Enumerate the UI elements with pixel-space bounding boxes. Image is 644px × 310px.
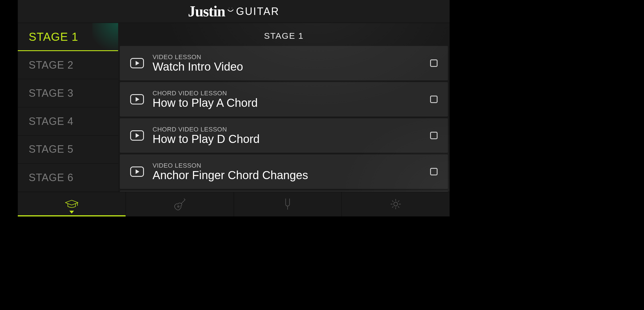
brand-logo: Justin GUITAR (188, 3, 279, 20)
tab-settings[interactable] (342, 192, 450, 216)
sidebar-item-label: STAGE 2 (29, 59, 73, 71)
guitar-icon (172, 196, 188, 212)
lesson-text: VIDEO LESSON Watch Intro Video (153, 53, 424, 73)
app-viewport: Justin GUITAR STAGE 1 STAGE 2 STAGE 3 (0, 0, 450, 216)
main-panel: STAGE 1 VIDEO LESSON Watch Intro Video (118, 23, 450, 192)
lesson-kicker: VIDEO LESSON (153, 162, 424, 169)
play-icon (130, 130, 144, 141)
brand-word: GUITAR (236, 5, 279, 18)
sidebar-item-stage-2[interactable]: STAGE 2 (18, 51, 118, 79)
sidebar-item-label: STAGE 3 (29, 87, 73, 99)
app-frame: Justin GUITAR STAGE 1 STAGE 2 STAGE 3 (18, 0, 450, 216)
sidebar-item-label: STAGE 1 (29, 30, 78, 43)
lesson-list[interactable]: VIDEO LESSON Watch Intro Video CHORD VID… (118, 46, 450, 192)
lesson-title: How to Play A Chord (153, 96, 424, 109)
lesson-checkbox[interactable] (430, 132, 438, 139)
lesson-checkbox[interactable] (430, 168, 438, 175)
lesson-kicker: CHORD VIDEO LESSON (153, 126, 424, 133)
stage-title: STAGE 1 (118, 25, 450, 46)
tab-tuner[interactable] (234, 192, 342, 216)
lesson-checkbox[interactable] (430, 59, 438, 67)
gear-icon (388, 196, 403, 212)
app-body: STAGE 1 STAGE 2 STAGE 3 STAGE 4 STAGE 5 … (18, 23, 450, 192)
sidebar-item-stage-3[interactable]: STAGE 3 (18, 79, 118, 107)
tab-lessons[interactable] (18, 192, 126, 216)
svg-point-3 (394, 202, 398, 206)
lesson-text: CHORD VIDEO LESSON How to Play D Chord (153, 126, 424, 146)
lesson-card[interactable]: CHORD VIDEO LESSON How to Play A Chord (120, 82, 448, 117)
svg-point-2 (177, 206, 179, 207)
play-icon (130, 58, 144, 68)
graduation-cap-icon (64, 196, 79, 212)
app-header: Justin GUITAR (18, 0, 450, 23)
stage-sidebar: STAGE 1 STAGE 2 STAGE 3 STAGE 4 STAGE 5 … (18, 23, 118, 192)
lesson-checkbox[interactable] (430, 96, 438, 103)
lesson-title: Watch Intro Video (153, 60, 424, 73)
sidebar-item-stage-4[interactable]: STAGE 4 (18, 107, 118, 135)
sidebar-item-label: STAGE 6 (29, 172, 73, 184)
play-icon (130, 94, 144, 104)
tuning-fork-icon (280, 196, 295, 212)
lesson-card[interactable]: VIDEO LESSON Watch Intro Video (120, 46, 448, 80)
lesson-text: VIDEO LESSON Anchor Finger Chord Changes (153, 162, 424, 182)
tab-active-caret-icon (69, 211, 74, 214)
sidebar-item-stage-1[interactable]: STAGE 1 (18, 23, 118, 51)
lesson-card[interactable]: CHORD VIDEO LESSON How to Play D Chord (120, 118, 448, 153)
sidebar-item-stage-6[interactable]: STAGE 6 (18, 164, 118, 192)
smiley-icon (227, 6, 234, 15)
tab-songs[interactable] (126, 192, 234, 216)
lesson-kicker: CHORD VIDEO LESSON (153, 90, 424, 97)
sidebar-item-stage-5[interactable]: STAGE 5 (18, 135, 118, 164)
svg-point-1 (232, 8, 232, 8)
sidebar-item-label: STAGE 4 (29, 115, 73, 127)
lesson-kicker: VIDEO LESSON (153, 53, 424, 61)
play-icon (130, 166, 144, 177)
lesson-text: CHORD VIDEO LESSON How to Play A Chord (153, 90, 424, 109)
sidebar-item-label: STAGE 5 (29, 143, 73, 155)
lesson-title: Anchor Finger Chord Changes (153, 169, 424, 182)
lesson-card-peek[interactable] (120, 191, 448, 192)
lesson-title: How to Play D Chord (153, 133, 424, 146)
bottom-tabbar (18, 192, 450, 216)
device-bezel-left (0, 0, 18, 216)
brand-script: Justin (188, 3, 225, 20)
svg-point-0 (229, 8, 229, 8)
main-inner: STAGE 1 VIDEO LESSON Watch Intro Video (118, 23, 450, 192)
lesson-card[interactable]: VIDEO LESSON Anchor Finger Chord Changes (120, 154, 448, 189)
